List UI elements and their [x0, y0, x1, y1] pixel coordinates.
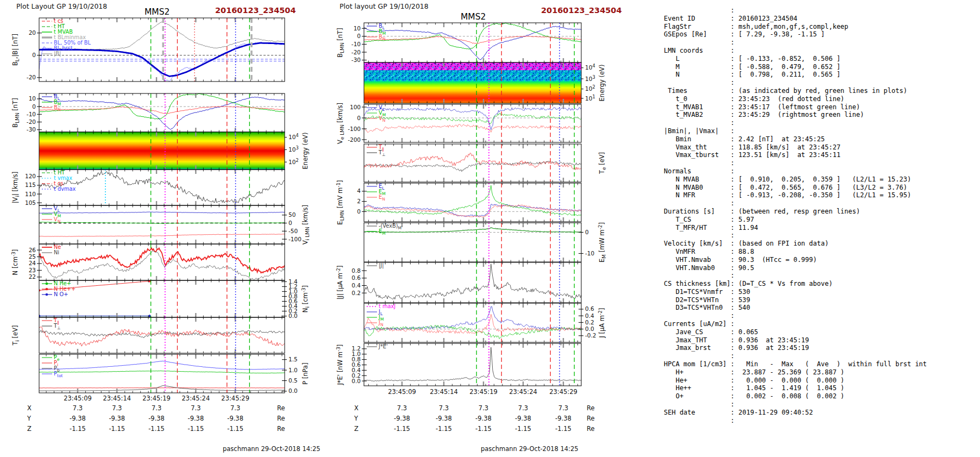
svg-text:105: 105	[25, 199, 36, 206]
svg-text:23:45:24: 23:45:24	[182, 395, 210, 402]
svg-text:115: 115	[25, 181, 36, 188]
svg-text:-100: -100	[348, 126, 361, 132]
svg-text:-1.15: -1.15	[475, 425, 492, 433]
svg-text:100: 100	[350, 104, 361, 110]
svg-text:J [µA m-2]: J [µA m-2]	[598, 308, 606, 338]
svg-text:103: 103	[585, 74, 595, 82]
svg-text:-1.15: -1.15	[70, 425, 86, 433]
svg-text:-200: -200	[348, 136, 361, 143]
svg-text:7.3: 7.3	[518, 404, 528, 412]
svg-text:23:45:29: 23:45:29	[221, 395, 249, 402]
svg-text:-1.15: -1.15	[515, 425, 531, 433]
svg-text:-1.15: -1.15	[109, 425, 125, 433]
svg-text:Vi LMN [km/s]: Vi LMN [km/s]	[301, 205, 310, 245]
svg-text:Ve LMN [km/s]: Ve LMN [km/s]	[336, 103, 345, 144]
svg-text:-10: -10	[351, 41, 361, 47]
svg-text:23:45:29: 23:45:29	[549, 388, 577, 396]
svg-text:0.5: 0.5	[288, 377, 298, 384]
svg-text:-9.38: -9.38	[227, 415, 243, 422]
svg-text:0.0: 0.0	[351, 378, 361, 384]
svg-text:-9.38: -9.38	[394, 415, 410, 422]
svg-text:ELMN [mV m-1]: ELMN [mV m-1]	[336, 180, 345, 224]
svg-text:50: 50	[288, 211, 296, 218]
svg-text:-9.38: -9.38	[187, 415, 204, 422]
svg-text:0.6: 0.6	[351, 274, 361, 281]
svg-text:0: 0	[288, 220, 292, 226]
svg-text:Re: Re	[277, 415, 285, 422]
svg-text:-10: -10	[585, 250, 594, 256]
svg-text:0.0: 0.0	[585, 325, 594, 332]
svg-text:EM: EM	[379, 228, 386, 236]
svg-text:104: 104	[585, 63, 595, 71]
svg-text:-1.15: -1.15	[227, 425, 243, 433]
svg-text:7.3: 7.3	[439, 404, 449, 412]
svg-text:-10: -10	[27, 111, 36, 117]
svg-text:120: 120	[25, 173, 36, 179]
svg-text:N [cm-3]: N [cm-3]	[11, 249, 19, 276]
svg-text:0: 0	[585, 229, 589, 235]
svg-text:|Vi| [km/s]: |Vi| [km/s]	[11, 172, 20, 203]
svg-text:23:45:09: 23:45:09	[388, 388, 416, 396]
svg-text:-50: -50	[288, 228, 298, 234]
svg-text:0: 0	[357, 33, 361, 39]
svg-text:0.2: 0.2	[585, 319, 594, 325]
svg-text:4: 4	[357, 187, 361, 194]
svg-text:0: 0	[357, 208, 361, 215]
svg-text:N O+: N O+	[54, 291, 68, 297]
svg-text:Y: Y	[27, 415, 32, 422]
svg-text:BL,|B| [nT]: BL,|B| [nT]	[11, 34, 20, 66]
svg-text:104: 104	[288, 133, 299, 140]
svg-text:T⊥: T⊥	[378, 149, 386, 157]
svg-text:23:45:14: 23:45:14	[430, 388, 458, 396]
svg-text:Y: Y	[354, 415, 359, 422]
svg-text:102: 102	[585, 84, 595, 92]
svg-text:24: 24	[29, 260, 36, 266]
svg-text:25: 25	[29, 253, 36, 260]
svg-text:7.3: 7.3	[112, 404, 122, 412]
svg-text:Re: Re	[587, 404, 595, 412]
svg-text:Ni: Ni	[54, 249, 59, 255]
svg-text:P [nPa]: P [nPa]	[301, 362, 309, 384]
mms-analysis-screen: Plot Layout GP 19/10/2018 MMS2 20160123_…	[0, 0, 980, 457]
svg-text:7.3: 7.3	[152, 404, 161, 412]
svg-text:-9.38: -9.38	[555, 415, 571, 422]
svg-text:0.0: 0.0	[288, 387, 298, 394]
svg-text:Re: Re	[277, 404, 285, 412]
svg-text:Ni [cm-3]: Ni [cm-3]	[301, 285, 310, 312]
svg-text:-30: -30	[351, 57, 361, 63]
svg-text:23: 23	[29, 267, 36, 273]
svg-text:26: 26	[29, 247, 36, 253]
svg-text:Re: Re	[587, 415, 595, 422]
event-info-text: : Event ID : 20160123_234504 FlagStr : m…	[664, 7, 927, 424]
svg-text:-1.15: -1.15	[187, 425, 204, 433]
svg-text:0.4: 0.4	[351, 282, 361, 289]
svg-text:7.3: 7.3	[73, 404, 83, 412]
svg-text:102: 102	[288, 158, 299, 165]
svg-text:22: 22	[29, 273, 36, 280]
svg-text:20: 20	[29, 29, 36, 36]
svg-text:-1.15: -1.15	[436, 425, 452, 433]
svg-text:0: 0	[32, 103, 36, 110]
svg-text:-9.38: -9.38	[436, 415, 452, 422]
svg-text:1.5: 1.5	[288, 356, 298, 362]
svg-text:0.8: 0.8	[351, 267, 361, 274]
svg-text:J*E': J*E'	[378, 343, 388, 349]
svg-text:Ti [eV]: Ti [eV]	[11, 325, 20, 346]
svg-text:0.2: 0.2	[351, 290, 361, 296]
svg-text:paschmann 29-Oct-2018 14:25: paschmann 29-Oct-2018 14:25	[481, 445, 579, 453]
svg-text:2: 2	[357, 198, 361, 204]
svg-text:Re: Re	[277, 425, 285, 433]
svg-text:Te [eV]: Te [eV]	[598, 152, 607, 174]
svg-text:103: 103	[288, 145, 299, 153]
svg-text:23:45:19: 23:45:19	[469, 388, 498, 396]
svg-text:-(VexB)M: -(VexB)M	[379, 223, 401, 230]
svg-text:-20: -20	[27, 74, 36, 80]
svg-text:Energy (eV): Energy (eV)	[598, 65, 606, 102]
svg-text:J*E' [nW m-3]: J*E' [nW m-3]	[336, 345, 344, 386]
svg-text:7.3: 7.3	[479, 404, 488, 412]
svg-text:-9.38: -9.38	[70, 415, 86, 422]
svg-text:0.0: 0.0	[288, 312, 298, 319]
svg-text:|J|: |J|	[379, 262, 384, 269]
svg-text:-9.38: -9.38	[109, 415, 125, 422]
svg-text:X: X	[27, 404, 32, 412]
